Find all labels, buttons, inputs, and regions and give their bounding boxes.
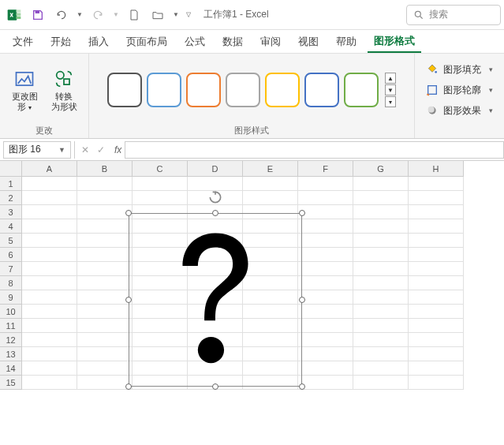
- formula-input[interactable]: [125, 141, 504, 159]
- select-all-corner[interactable]: [0, 161, 22, 177]
- undo-button[interactable]: [50, 4, 73, 26]
- col-header[interactable]: H: [409, 161, 464, 177]
- cell[interactable]: [77, 177, 133, 191]
- cell[interactable]: [353, 219, 409, 234]
- cell[interactable]: [77, 333, 133, 347]
- cell[interactable]: [77, 290, 133, 305]
- tab-view[interactable]: 视图: [292, 32, 325, 52]
- cell[interactable]: [298, 305, 353, 319]
- tab-page-layout[interactable]: 页面布局: [120, 32, 174, 52]
- row-header[interactable]: 2: [0, 191, 22, 205]
- row-header[interactable]: 12: [0, 333, 22, 347]
- cell[interactable]: [77, 305, 133, 319]
- open-file-button[interactable]: [147, 4, 169, 26]
- cell[interactable]: [22, 290, 77, 305]
- new-file-button[interactable]: [123, 4, 145, 26]
- style-preset-0[interactable]: [107, 73, 142, 107]
- col-header[interactable]: B: [77, 161, 133, 177]
- tab-review[interactable]: 审阅: [254, 32, 287, 52]
- redo-dropdown[interactable]: ▼: [110, 4, 121, 26]
- tab-help[interactable]: 帮助: [330, 32, 363, 52]
- row-header[interactable]: 3: [0, 205, 22, 219]
- cancel-formula[interactable]: ✕: [78, 144, 92, 155]
- cell[interactable]: [243, 177, 298, 191]
- cell[interactable]: [409, 376, 464, 390]
- redo-button[interactable]: [87, 4, 109, 26]
- col-header[interactable]: C: [133, 161, 188, 177]
- cell[interactable]: [22, 361, 77, 376]
- cell[interactable]: [409, 191, 464, 205]
- convert-to-shape-button[interactable]: 转换为形状: [46, 60, 82, 120]
- cell[interactable]: [353, 248, 409, 262]
- shape-outline-button[interactable]: 图形轮廓▾: [426, 80, 493, 99]
- cell[interactable]: [298, 290, 353, 305]
- cell[interactable]: [353, 361, 409, 376]
- tab-insert[interactable]: 插入: [82, 32, 115, 52]
- cell[interactable]: [22, 347, 77, 361]
- name-box[interactable]: 图形 16 ▼: [3, 141, 71, 159]
- cell[interactable]: [298, 177, 353, 191]
- cell[interactable]: [22, 276, 77, 290]
- col-header[interactable]: F: [298, 161, 353, 177]
- cell[interactable]: [409, 290, 464, 305]
- gallery-up[interactable]: ▲: [385, 73, 396, 84]
- col-header[interactable]: G: [353, 161, 409, 177]
- cell[interactable]: [353, 191, 409, 205]
- tab-graphic-format[interactable]: 图形格式: [368, 31, 421, 53]
- fx-icon[interactable]: fx: [114, 144, 121, 155]
- cell[interactable]: [22, 319, 77, 333]
- cell[interactable]: [353, 290, 409, 305]
- qat-customize[interactable]: ▽: [183, 4, 194, 26]
- cell[interactable]: [409, 276, 464, 290]
- cell[interactable]: [409, 262, 464, 276]
- resize-handle-tl[interactable]: [125, 210, 132, 216]
- cell[interactable]: [22, 234, 77, 248]
- style-preset-5[interactable]: [304, 73, 339, 107]
- row-header[interactable]: 5: [0, 234, 22, 248]
- cell[interactable]: [298, 347, 353, 361]
- cell[interactable]: [298, 205, 353, 219]
- style-preset-3[interactable]: [226, 73, 260, 107]
- style-preset-2[interactable]: [186, 73, 221, 107]
- cell[interactable]: [77, 248, 133, 262]
- resize-handle-bl[interactable]: [125, 383, 132, 390]
- cell[interactable]: [353, 319, 409, 333]
- shape-effects-button[interactable]: 图形效果▾: [426, 101, 493, 120]
- row-header[interactable]: 6: [0, 248, 22, 262]
- search-box[interactable]: 搜索: [406, 5, 501, 25]
- shape-fill-button[interactable]: 图形填充▾: [426, 60, 493, 79]
- row-header[interactable]: 11: [0, 319, 22, 333]
- app-icon[interactable]: [3, 4, 25, 26]
- cell[interactable]: [133, 177, 188, 191]
- undo-dropdown[interactable]: ▼: [74, 4, 85, 26]
- style-preset-6[interactable]: [344, 73, 379, 107]
- resize-handle-ml[interactable]: [125, 297, 132, 303]
- row-header[interactable]: 10: [0, 305, 22, 319]
- cell[interactable]: [77, 219, 133, 234]
- resize-handle-mr[interactable]: [299, 297, 305, 303]
- cell[interactable]: [298, 276, 353, 290]
- resize-handle-tm[interactable]: [212, 210, 218, 216]
- rotate-handle[interactable]: [207, 189, 223, 208]
- cell[interactable]: [22, 248, 77, 262]
- cell[interactable]: [298, 262, 353, 276]
- col-header[interactable]: A: [22, 161, 77, 177]
- cell[interactable]: [353, 234, 409, 248]
- cell[interactable]: [22, 219, 77, 234]
- row-header[interactable]: 14: [0, 361, 22, 376]
- cell[interactable]: [298, 376, 353, 390]
- cell[interactable]: [409, 219, 464, 234]
- cell[interactable]: [22, 191, 77, 205]
- cell[interactable]: [409, 248, 464, 262]
- cell[interactable]: [22, 333, 77, 347]
- row-header[interactable]: 7: [0, 262, 22, 276]
- resize-handle-bm[interactable]: [212, 383, 218, 390]
- cell[interactable]: [298, 333, 353, 347]
- row-header[interactable]: 9: [0, 290, 22, 305]
- tab-formulas[interactable]: 公式: [178, 32, 211, 52]
- open-dropdown[interactable]: ▼: [170, 4, 181, 26]
- row-header[interactable]: 4: [0, 219, 22, 234]
- selected-shape[interactable]: [129, 213, 302, 387]
- tab-data[interactable]: 数据: [216, 32, 249, 52]
- cell[interactable]: [22, 205, 77, 219]
